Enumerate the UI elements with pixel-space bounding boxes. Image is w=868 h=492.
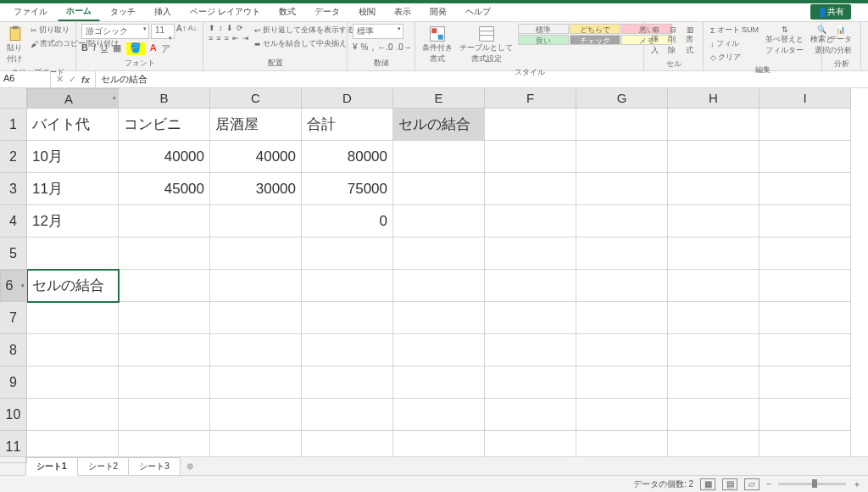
cell-G1[interactable] [576, 109, 668, 141]
cell-B5[interactable] [119, 238, 210, 270]
orientation-button[interactable]: ⟳ [236, 24, 243, 32]
col-header-B[interactable]: B [119, 88, 210, 109]
cell-H9[interactable] [668, 366, 760, 399]
cell-G3[interactable] [576, 173, 668, 205]
cell-E7[interactable] [393, 302, 485, 334]
row-header-3[interactable]: 3 [0, 173, 27, 205]
cell-G5[interactable] [576, 238, 668, 270]
cell-F10[interactable] [485, 399, 576, 431]
tab-insert[interactable]: 挿入 [146, 3, 180, 21]
cell-H4[interactable] [668, 205, 760, 238]
cell-E10[interactable] [393, 399, 485, 431]
col-header-E[interactable]: E [393, 88, 485, 109]
col-header-I[interactable]: I [760, 88, 851, 109]
paste-button[interactable]: 貼り付け [5, 24, 25, 66]
cell-A4[interactable]: 12月 [27, 205, 119, 238]
align-right-button[interactable]: ≡ [225, 34, 229, 42]
row-header-8[interactable]: 8 [0, 334, 27, 366]
cell-E2[interactable] [393, 141, 485, 173]
cell-A5[interactable] [27, 238, 119, 270]
cell-I5[interactable] [760, 238, 851, 270]
select-all-corner[interactable] [0, 88, 27, 109]
view-normal-button[interactable]: ▦ [700, 478, 715, 490]
align-bot-button[interactable]: ⬇ [226, 24, 233, 32]
cell-H3[interactable] [668, 173, 760, 205]
tab-dev[interactable]: 開発 [421, 3, 455, 21]
cell-G4[interactable] [576, 205, 668, 238]
cell-F3[interactable] [485, 173, 576, 205]
formula-input[interactable]: セルの結合 [96, 71, 868, 87]
add-sheet-button[interactable]: ⊕ [180, 459, 200, 473]
cell-C7[interactable] [210, 302, 302, 334]
confirm-formula-button[interactable]: ✓ [69, 74, 76, 85]
cell-B11[interactable] [119, 431, 210, 456]
cell-A3[interactable]: 11月 [27, 173, 119, 205]
percent-button[interactable]: % [361, 42, 369, 52]
cell-A2[interactable]: 10月 [27, 141, 119, 173]
cell-D10[interactable] [302, 399, 393, 431]
cell-F5[interactable] [485, 238, 576, 270]
cell-B1[interactable]: コンビニ [119, 109, 210, 141]
cell-E5[interactable] [393, 238, 485, 270]
inc-decimal-button[interactable]: ←.0 [377, 42, 392, 52]
cell-E9[interactable] [393, 366, 485, 399]
tab-layout[interactable]: ページ レイアウト [181, 3, 269, 21]
col-header-H[interactable]: H [668, 88, 760, 109]
font-color-button[interactable]: A [150, 42, 156, 55]
cell-D7[interactable] [302, 302, 393, 334]
merge-center-button[interactable]: ⬌ セルを結合して中央揃え [253, 37, 356, 50]
cell-G6[interactable] [576, 270, 668, 302]
cell-A1[interactable]: バイト代 [27, 109, 119, 141]
bold-button[interactable]: B [81, 42, 88, 55]
currency-button[interactable]: ¥ [353, 42, 358, 52]
cell-A6[interactable]: セルの結合 [27, 270, 119, 302]
cell-H6[interactable] [668, 270, 760, 302]
cell-H2[interactable] [668, 141, 760, 173]
cell-I3[interactable] [760, 173, 851, 205]
view-page-button[interactable]: ▤ [722, 478, 737, 490]
style-dochira[interactable]: どちらでも… [570, 24, 620, 34]
cell-F9[interactable] [485, 366, 576, 399]
cell-H5[interactable] [668, 238, 760, 270]
view-break-button[interactable]: ▱ [744, 478, 760, 490]
tab-formulas[interactable]: 数式 [270, 3, 304, 21]
cell-G8[interactable] [576, 334, 668, 366]
cell-D11[interactable] [302, 431, 393, 456]
row-header-4[interactable]: 4 [0, 205, 27, 238]
cell-I11[interactable] [760, 431, 851, 456]
clear-button[interactable]: ◇ クリア [709, 51, 760, 64]
border-button[interactable]: ▦ [113, 42, 121, 55]
row-header-10[interactable]: 10 [0, 399, 27, 431]
font-name-select[interactable]: 游ゴシック [81, 24, 149, 39]
zoom-out-button[interactable]: − [766, 479, 771, 489]
fx-button[interactable]: fx [81, 75, 90, 85]
increase-font-button[interactable]: A↑ [176, 24, 186, 39]
cell-E1[interactable]: セルの結合 [393, 109, 485, 141]
delete-cells-button[interactable]: ⊟削除 [666, 24, 680, 58]
cell-A11[interactable] [27, 431, 119, 456]
cell-D8[interactable] [302, 334, 393, 366]
col-header-C[interactable]: C [210, 88, 302, 109]
align-mid-button[interactable]: ↕ [219, 24, 223, 32]
row-header-6[interactable]: 6 [0, 270, 27, 302]
cell-D9[interactable] [302, 366, 393, 399]
cell-G10[interactable] [576, 399, 668, 431]
cell-B10[interactable] [119, 399, 210, 431]
number-format-select[interactable]: 標準 [353, 24, 403, 39]
tab-view[interactable]: 表示 [386, 3, 420, 21]
cell-D3[interactable]: 75000 [302, 173, 393, 205]
cell-I4[interactable] [760, 205, 851, 238]
font-size-select[interactable]: 11 [151, 24, 175, 39]
cell-C3[interactable]: 30000 [210, 173, 302, 205]
cell-H1[interactable] [668, 109, 760, 141]
decrease-font-button[interactable]: A↓ [188, 24, 198, 39]
cell-F6[interactable] [485, 270, 576, 302]
cell-F2[interactable] [485, 141, 576, 173]
style-normal[interactable]: 標準 [518, 24, 569, 34]
cell-H7[interactable] [668, 302, 760, 334]
cell-I2[interactable] [760, 141, 851, 173]
cell-I1[interactable] [760, 109, 851, 141]
fill-color-button[interactable]: 🪣 [126, 42, 145, 55]
format-cells-button[interactable]: ▥書式 [684, 24, 698, 58]
cell-B8[interactable] [119, 334, 210, 366]
